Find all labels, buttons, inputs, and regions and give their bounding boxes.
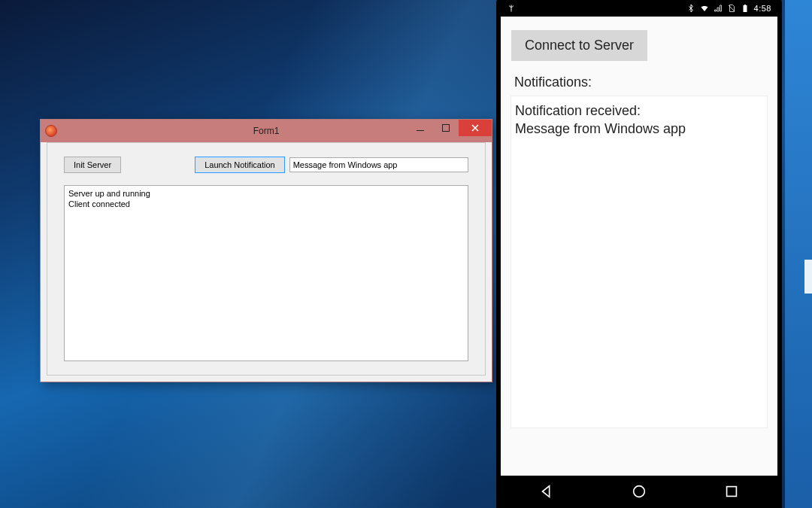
bluetooth-icon: [686, 4, 695, 13]
status-time: 4:58: [754, 4, 771, 13]
close-icon: [471, 124, 479, 132]
init-server-button[interactable]: Init Server: [64, 157, 121, 173]
app-body: Connect to Server Notifications: Notific…: [501, 17, 777, 427]
close-button[interactable]: [459, 120, 492, 136]
app-icon: [45, 125, 57, 137]
nav-bar: [501, 476, 777, 508]
status-bar: 4:58: [501, 0, 777, 17]
minimize-button[interactable]: [408, 120, 433, 136]
android-phone: 4:58 Connect to Server Notifications: No…: [496, 0, 782, 508]
toolbar-row: Init Server Launch Notification: [64, 157, 468, 173]
battery-icon: [741, 4, 750, 13]
signal-icon: [714, 4, 723, 13]
back-icon: [538, 483, 555, 500]
windows-form: Form1 Init Server Launch Notification Se…: [40, 119, 492, 382]
recent-icon: [723, 483, 740, 500]
home-icon: [631, 483, 647, 500]
launch-notification-button[interactable]: Launch Notification: [195, 157, 285, 173]
phone-screen: 4:58 Connect to Server Notifications: No…: [501, 0, 777, 508]
desktop-edge-panel: [785, 0, 812, 508]
svg-rect-2: [726, 487, 736, 497]
connect-server-button[interactable]: Connect to Server: [511, 30, 647, 61]
message-input[interactable]: [289, 157, 468, 172]
recent-button[interactable]: [723, 483, 740, 503]
titlebar[interactable]: Form1: [41, 120, 492, 142]
home-button[interactable]: [631, 483, 647, 503]
psi-icon: [507, 4, 516, 13]
notifications-label: Notifications:: [514, 75, 767, 90]
window-controls: [408, 120, 492, 136]
log-memo[interactable]: Server up and running Client connected: [64, 185, 468, 361]
notifications-box[interactable]: Notification received: Message from Wind…: [511, 96, 767, 427]
svg-rect-0: [744, 5, 746, 5]
no-sim-icon: [727, 4, 736, 13]
edge-handle[interactable]: [804, 260, 812, 294]
svg-point-1: [634, 486, 645, 497]
form-client-area: Init Server Launch Notification Server u…: [47, 142, 486, 376]
maximize-button[interactable]: [433, 120, 459, 136]
wifi-icon: [700, 4, 709, 13]
desktop-wallpaper: Form1 Init Server Launch Notification Se…: [0, 0, 812, 508]
back-button[interactable]: [538, 483, 555, 503]
